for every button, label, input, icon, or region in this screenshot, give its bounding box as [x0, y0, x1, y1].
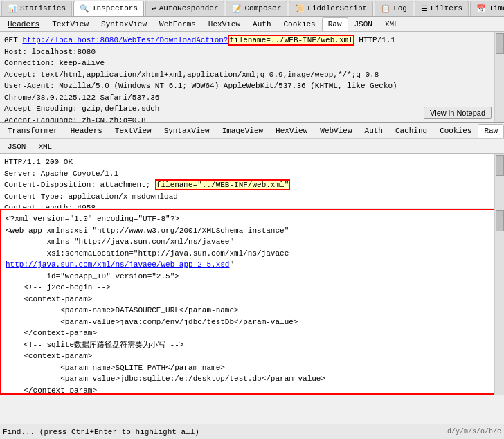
xml-line-2: <web-app xmlns:xsi="http://www.w3.org/20… — [6, 225, 498, 237]
tab-autoresponder[interactable]: ↩ AutoResponder — [145, 1, 224, 16]
tab-log[interactable]: 📋 Log — [375, 1, 413, 16]
request-accept: Accept: text/html,application/xhtml+xml,… — [4, 69, 500, 81]
xml-line-11: <param-name>DATASOURCE_URL</param-name> — [6, 305, 498, 316]
response-header-scrollbar-thumb[interactable] — [496, 155, 504, 176]
xml-line-1: <?xml version="1.0" encoding="UTF-8"?> — [6, 213, 498, 225]
resp-tab-syntaxview[interactable]: SyntaxView — [158, 124, 216, 138]
view-notepad-button[interactable]: View in Notepad — [424, 107, 492, 119]
resp-tab-auth[interactable]: Auth — [359, 124, 389, 138]
tab-statistics[interactable]: 📊 Statistics — [1, 1, 72, 16]
xml-line-8: <!-- j2ee-begin --> — [6, 282, 498, 294]
tab-fiddlerscript[interactable]: 📜 FiddlerScript — [289, 1, 373, 16]
request-scrollbar-thumb[interactable] — [496, 33, 504, 54]
log-icon: 📋 — [381, 4, 390, 13]
resp-tab-json[interactable]: JSON — [1, 139, 32, 153]
response-header-scrollbar[interactable] — [494, 154, 504, 209]
request-panel: GET http://localhost:8080/WebTest/Downlo… — [0, 32, 504, 122]
response-header-content: HTTP/1.1 200 OK Server: Apache-Coyote/1.… — [0, 154, 504, 209]
resp-filename-highlight: filename="../WEB-INF/web.xml" — [155, 179, 290, 190]
statistics-icon: 📊 — [8, 4, 17, 13]
xml-content-area: <?xml version="1.0" encoding="UTF-8"?> <… — [0, 209, 504, 395]
request-useragent: User-Agent: Mozilla/5.0 (Windows NT 6.1;… — [4, 80, 500, 92]
request-scrollbar[interactable] — [494, 32, 504, 122]
resp-status-line: HTTP/1.1 200 OK — [4, 156, 500, 168]
xml-scrollbar-thumb[interactable] — [496, 210, 504, 231]
resp-tab-headers[interactable]: Headers — [64, 124, 109, 138]
req-tab-headers[interactable]: Headers — [1, 17, 46, 31]
request-url-link[interactable]: http://localhost:8080/WebTest/DownloadAc… — [22, 36, 228, 44]
tab-composer[interactable]: 📝 Composer — [226, 1, 287, 16]
xml-scrollbar[interactable] — [494, 209, 504, 395]
xml-line-4: xsi:schemaLocation="http://java.sun.com/… — [6, 248, 498, 260]
xml-line-6: id="WebApp_ID" version="2.5"> — [6, 271, 498, 283]
xml-line-10: <context-param> — [6, 294, 498, 305]
resp-tab-textview[interactable]: TextView — [109, 124, 158, 138]
req-tab-xml[interactable]: XML — [379, 17, 405, 31]
resp-server: Server: Apache-Coyote/1.1 — [4, 168, 500, 180]
req-tab-syntaxview[interactable]: SyntaxView — [95, 17, 153, 31]
get-method: GET — [4, 36, 22, 44]
xml-line-3: xmlns="http://java.sun.com/xml/ns/javaee… — [6, 236, 498, 248]
request-chrome: Chrome/38.0.2125.122 Safari/537.36 — [4, 92, 500, 104]
filters-icon: ☰ — [421, 4, 428, 13]
xml-line-15: <!-- sqlite数据库路径盘符需要为小写 --> — [6, 339, 498, 351]
tab-timeline[interactable]: 📅 Timeline — [470, 1, 504, 16]
xml-line-19: </context-param> — [6, 385, 498, 395]
xml-content-wrapper: <?xml version="1.0" encoding="UTF-8"?> <… — [0, 209, 504, 395]
response-wrapper: HTTP/1.1 200 OK Server: Apache-Coyote/1.… — [0, 154, 504, 209]
xml-line-16: <context-param> — [6, 350, 498, 362]
resp-content-type: Content-Type: application/x-msdownload — [4, 191, 500, 203]
autoresponder-icon: ↩ — [152, 4, 156, 13]
request-connection: Connection: keep-alive — [4, 57, 500, 69]
req-tab-cookies[interactable]: Cookies — [277, 17, 321, 31]
timeline-icon: 📅 — [476, 4, 486, 13]
xml-line-17: <param-name>SQLITE_PATH</param-name> — [6, 362, 498, 374]
req-tab-webforms[interactable]: WebForms — [153, 17, 202, 31]
status-right-info: d/y/m/s/o/b/e — [447, 428, 501, 436]
resp-tab-xml[interactable]: XML — [32, 139, 58, 153]
fiddlerscript-icon: 📜 — [295, 4, 305, 13]
request-line1: GET http://localhost:8080/WebTest/Downlo… — [4, 35, 500, 46]
req-tab-json[interactable]: JSON — [348, 17, 379, 31]
transformer-sub-tabs: Transformer Headers TextView SyntaxView … — [0, 123, 504, 138]
xml-line-12: <param-value>java:comp/env/jdbc/testDb</… — [6, 316, 498, 328]
tab-inspectors[interactable]: 🔍 Inspectors — [73, 1, 144, 16]
request-host: Host: localhost:8080 — [4, 46, 500, 58]
inspectors-icon: 🔍 — [80, 4, 89, 13]
composer-icon: 📝 — [232, 4, 242, 13]
resp-tab-raw[interactable]: Raw — [478, 124, 504, 138]
top-tab-bar: 📊 Statistics 🔍 Inspectors ↩ AutoResponde… — [0, 0, 504, 17]
resp-tab-imageview[interactable]: ImageView — [216, 124, 269, 138]
http-version: HTTP/1.1 — [354, 36, 395, 44]
req-tab-textview[interactable]: TextView — [46, 17, 95, 31]
resp-tab-transformer[interactable]: Transformer — [1, 124, 64, 138]
xml-line-5: http://java.sun.com/xml/ns/javaee/web-ap… — [6, 259, 498, 271]
find-text-label: Find... (press Ctrl+Enter to highlight a… — [3, 428, 199, 436]
resp-content-length: Content-Length: 4958 — [4, 202, 500, 209]
req-tab-raw[interactable]: Raw — [322, 17, 348, 31]
req-tab-hexview[interactable]: HexView — [202, 17, 246, 31]
request-sub-tabs: Headers TextView SyntaxView WebForms Hex… — [0, 17, 504, 32]
filename-highlight: filename=../WEB-INF/web.xml — [228, 35, 354, 46]
content-disp-pre: Content-Disposition: attachment; — [4, 181, 155, 189]
response-sub-subtabs: JSON XML — [0, 138, 504, 154]
status-bar: Find... (press Ctrl+Enter to highlight a… — [0, 424, 504, 439]
tab-filters[interactable]: ☰ Filters — [415, 1, 469, 16]
resp-tab-cookies[interactable]: Cookies — [433, 124, 478, 138]
resp-content-disposition: Content-Disposition: attachment; filenam… — [4, 179, 500, 191]
resp-tab-webview[interactable]: WebView — [314, 124, 358, 138]
resp-tab-hexview[interactable]: HexView — [269, 124, 314, 138]
req-tab-auth[interactable]: Auth — [246, 17, 277, 31]
xml-line-18: <param-value>jdbc:sqlite:/e:/desktop/tes… — [6, 373, 498, 385]
xml-line-13: </context-param> — [6, 328, 498, 339]
xml-schema-link[interactable]: http://java.sun.com/xml/ns/javaee/web-ap… — [6, 260, 229, 269]
resp-tab-caching[interactable]: Caching — [389, 124, 433, 138]
